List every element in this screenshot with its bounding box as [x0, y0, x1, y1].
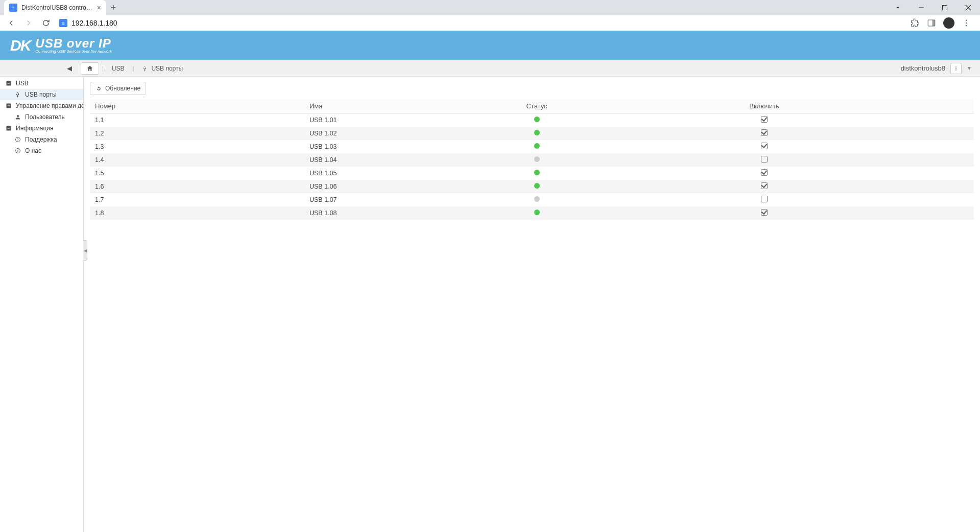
status-dot-icon — [534, 130, 540, 135]
breadcrumb-sep: | — [133, 65, 134, 72]
enable-checkbox[interactable] — [761, 129, 768, 136]
sidebar-item-5[interactable]: ?Поддержка — [0, 134, 83, 145]
svg-point-20 — [17, 149, 18, 150]
reload-button[interactable] — [39, 16, 53, 30]
favicon-icon: ≡ — [9, 4, 17, 12]
close-tab-icon[interactable]: × — [97, 4, 101, 12]
table-row[interactable]: 1.3USB 1.03 — [90, 140, 974, 153]
breadcrumb-usb-ports-label: USB порты — [151, 65, 183, 72]
breadcrumb-usb-ports[interactable]: USB порты — [137, 62, 188, 75]
refresh-button[interactable]: Обновление — [90, 82, 146, 95]
chevron-down-icon[interactable] — [886, 0, 910, 15]
sidebar-item-label: О нас — [25, 147, 41, 154]
svg-point-6 — [966, 25, 967, 26]
dropdown-icon[interactable]: ▼ — [967, 65, 972, 71]
svg-rect-13 — [8, 106, 10, 106]
browser-right-icons — [911, 17, 976, 29]
usb-icon — [142, 65, 148, 72]
extensions-icon[interactable] — [911, 18, 920, 28]
svg-rect-3 — [933, 20, 935, 26]
new-tab-button[interactable]: + — [106, 1, 121, 15]
cell-number: 1.4 — [90, 153, 304, 167]
back-button[interactable] — [4, 16, 18, 30]
enable-checkbox[interactable] — [761, 156, 768, 163]
sidebar-item-4[interactable]: Информация — [0, 123, 83, 134]
breadcrumb-usb[interactable]: USB — [107, 62, 130, 75]
sidebar-item-2[interactable]: Управление правами досту — [0, 100, 83, 111]
cell-enable — [555, 127, 974, 140]
cell-name: USB 1.03 — [304, 140, 519, 153]
user-menu-button[interactable] — [950, 63, 962, 74]
status-dot-icon — [534, 196, 540, 202]
svg-point-5 — [966, 22, 967, 24]
status-dot-icon — [534, 183, 540, 189]
cell-number: 1.1 — [90, 113, 304, 127]
forward-button[interactable] — [21, 16, 36, 30]
collapse-left-icon[interactable]: ◀ — [64, 64, 75, 72]
home-icon — [86, 65, 93, 72]
sidebar-item-label: Поддержка — [25, 136, 57, 143]
col-name[interactable]: Имя — [304, 99, 519, 113]
svg-point-7 — [955, 66, 957, 67]
col-status[interactable]: Статус — [519, 99, 555, 113]
breadcrumb-sep: | — [102, 65, 104, 72]
cell-number: 1.7 — [90, 193, 304, 206]
enable-checkbox[interactable] — [761, 209, 768, 216]
user-label: distkontrolusb8 — [901, 64, 945, 72]
svg-rect-21 — [18, 150, 18, 152]
window-controls — [886, 0, 980, 15]
table-row[interactable]: 1.4USB 1.04 — [90, 153, 974, 167]
svg-rect-0 — [919, 8, 924, 8]
cell-status — [519, 167, 555, 180]
logo-mark: DK — [10, 37, 30, 54]
status-dot-icon — [534, 156, 540, 162]
enable-checkbox[interactable] — [761, 116, 768, 123]
sidebar-item-label: Информация — [16, 125, 53, 132]
table-row[interactable]: 1.7USB 1.07 — [90, 193, 974, 206]
enable-checkbox[interactable] — [761, 143, 768, 149]
app-subtitle: Connecting USB devices over the network — [35, 50, 112, 54]
svg-point-8 — [955, 68, 957, 69]
sidebar-item-6[interactable]: О нас — [0, 145, 83, 156]
status-dot-icon — [534, 210, 540, 215]
status-dot-icon — [534, 170, 540, 175]
content: Обновление Номер Имя Статус Включить 1.1… — [84, 77, 980, 532]
table-row[interactable]: 1.8USB 1.08 — [90, 206, 974, 220]
enable-checkbox[interactable] — [761, 182, 768, 189]
svg-point-14 — [17, 115, 19, 117]
address-bar[interactable]: ≡ 192.168.1.180 — [56, 19, 907, 27]
sidebar-item-0[interactable]: USB — [0, 78, 83, 89]
sidebar: USBUSB портыУправление правами достуПоль… — [0, 77, 84, 532]
box-minus-icon — [5, 125, 12, 132]
window-close-button[interactable] — [957, 0, 980, 15]
window-maximize-button[interactable] — [933, 0, 957, 15]
sidebar-item-3[interactable]: Пользователь — [0, 111, 83, 123]
usb-icon — [14, 91, 21, 98]
table-row[interactable]: 1.2USB 1.02 — [90, 127, 974, 140]
sidebar-collapse-area: ◀ — [4, 64, 81, 72]
site-info-icon[interactable]: ≡ — [59, 19, 67, 27]
sidebar-item-1[interactable]: USB порты — [0, 89, 83, 100]
table-row[interactable]: 1.6USB 1.06 — [90, 180, 974, 193]
sidebar-item-label: Управление правами досту — [16, 102, 83, 109]
browser-menu-icon[interactable] — [962, 18, 971, 28]
cell-enable — [555, 180, 974, 193]
user-icon — [14, 113, 21, 121]
col-enable[interactable]: Включить — [555, 99, 974, 113]
svg-rect-16 — [8, 128, 10, 129]
window-minimize-button[interactable] — [910, 0, 933, 15]
browser-tab[interactable]: ≡ DistKontrolUSB8 control panel - × — [4, 0, 106, 15]
svg-rect-1 — [943, 6, 947, 10]
enable-checkbox[interactable] — [761, 169, 768, 176]
breadcrumb-home[interactable] — [81, 62, 99, 75]
cell-status — [519, 180, 555, 193]
col-number[interactable]: Номер — [90, 99, 304, 113]
table-row[interactable]: 1.1USB 1.01 — [90, 113, 974, 127]
enable-checkbox[interactable] — [761, 196, 768, 202]
table-row[interactable]: 1.5USB 1.05 — [90, 167, 974, 180]
cell-name: USB 1.07 — [304, 193, 519, 206]
profile-avatar[interactable] — [943, 17, 954, 29]
usb-ports-table: Номер Имя Статус Включить 1.1USB 1.011.2… — [90, 99, 974, 220]
side-panel-icon[interactable] — [927, 18, 936, 28]
tab-title: DistKontrolUSB8 control panel - — [21, 4, 93, 11]
